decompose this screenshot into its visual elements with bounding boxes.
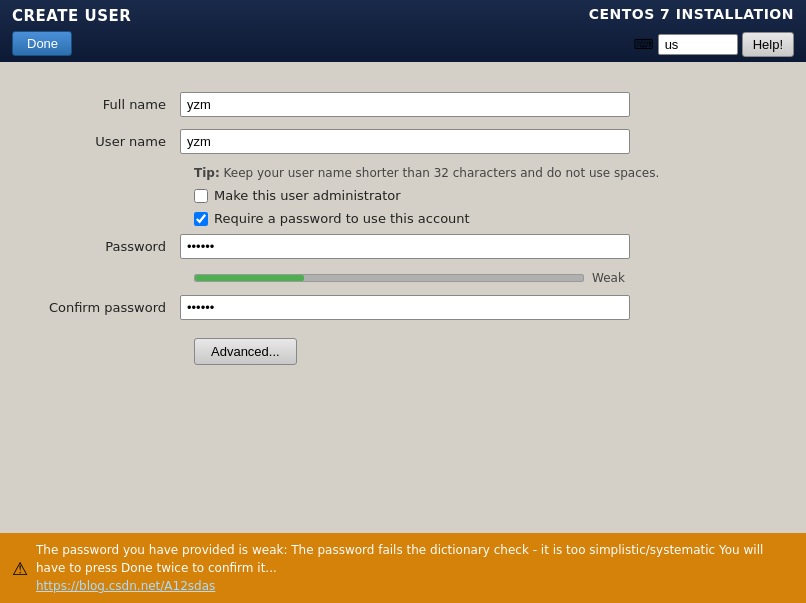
keyboard-icon: ⌨ (633, 36, 653, 52)
tip-bold: Tip: (194, 166, 220, 180)
main-content: Full name User name Tip: Keep your user … (0, 62, 806, 533)
tip-row: Tip: Keep your user name shorter than 32… (20, 166, 786, 180)
advanced-button[interactable]: Advanced... (194, 338, 297, 365)
warning-footer: ⚠ The password you have provided is weak… (0, 533, 806, 603)
keyboard-input-row: ⌨ Help! (633, 32, 794, 57)
advanced-row: Advanced... (20, 338, 786, 365)
warning-text-block: The password you have provided is weak: … (36, 541, 794, 595)
create-user-form: Full name User name Tip: Keep your user … (20, 92, 786, 365)
admin-checkbox-row: Make this user administrator (20, 188, 786, 203)
strength-label: Weak (592, 271, 625, 285)
strength-bar-container (194, 274, 584, 282)
installation-title: CENTOS 7 INSTALLATION (589, 6, 794, 22)
warning-link[interactable]: https://blog.csdn.net/A12sdas (36, 579, 215, 593)
warning-icon: ⚠ (12, 558, 28, 579)
warning-message: The password you have provided is weak: … (36, 543, 763, 575)
admin-checkbox[interactable] (194, 189, 208, 203)
language-input[interactable] (658, 34, 738, 55)
header-left: CREATE USER Done (12, 7, 131, 56)
fullname-input[interactable] (180, 92, 630, 117)
page-title: CREATE USER (12, 7, 131, 25)
password-label: Password (20, 239, 180, 254)
admin-checkbox-label[interactable]: Make this user administrator (214, 188, 401, 203)
header-right-wrapper: CENTOS 7 INSTALLATION ⌨ Help! (589, 6, 794, 57)
strength-row: Weak (20, 271, 786, 285)
username-input[interactable] (180, 129, 630, 154)
username-label: User name (20, 134, 180, 149)
tip-text: Tip: Keep your user name shorter than 32… (194, 166, 659, 180)
password-checkbox-row: Require a password to use this account (20, 211, 786, 226)
password-row: Password (20, 234, 786, 259)
fullname-label: Full name (20, 97, 180, 112)
confirm-password-input[interactable] (180, 295, 630, 320)
confirm-password-label: Confirm password (20, 300, 180, 315)
fullname-row: Full name (20, 92, 786, 117)
strength-bar-fill (195, 275, 304, 281)
password-required-checkbox[interactable] (194, 212, 208, 226)
tip-content: Keep your user name shorter than 32 char… (220, 166, 660, 180)
password-input[interactable] (180, 234, 630, 259)
header: CREATE USER Done CENTOS 7 INSTALLATION ⌨… (0, 0, 806, 62)
done-button[interactable]: Done (12, 31, 72, 56)
username-row: User name (20, 129, 786, 154)
help-button[interactable]: Help! (742, 32, 794, 57)
confirm-password-row: Confirm password (20, 295, 786, 320)
password-required-label[interactable]: Require a password to use this account (214, 211, 470, 226)
